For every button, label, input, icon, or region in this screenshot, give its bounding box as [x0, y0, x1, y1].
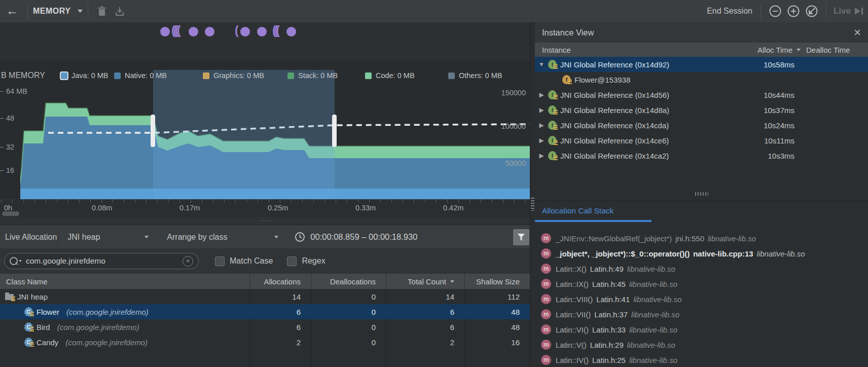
skip-to-live-icon[interactable]	[855, 8, 863, 15]
profiler-title: MEMORY	[33, 7, 70, 16]
expander-icon[interactable]: ▼	[535, 61, 548, 68]
memory-profiler-window: ← MEMORY End Session L	[0, 0, 868, 367]
column-header-allocations[interactable]: Allocations	[249, 274, 311, 289]
expander-icon[interactable]: ▶	[535, 122, 548, 129]
stack-frame[interactable]: m _JNIEnv::NewGlobalRef(_jobject*)jni.h:…	[535, 231, 868, 246]
selection-handle-right[interactable]	[332, 115, 337, 147]
instance-view-panel: Instance View × Instance Alloc Time Deal…	[535, 22, 868, 367]
memory-legend: B MEMORY Java: 0 MB Native: 0 MB Graphic…	[0, 71, 530, 81]
stack-frame[interactable]: m Latin::VIII()Latin.h:41libnative-lib.s…	[535, 291, 868, 307]
stack-frame[interactable]: m Latin::VII()Latin.h:37libnative-lib.so	[535, 307, 868, 322]
instance-row[interactable]: ▶ I JNI Global Reference (0x14ca2) 10s3m…	[535, 148, 868, 163]
instance-row[interactable]: ▶ I JNI Global Reference (0x14d8a) 10s37…	[535, 102, 868, 118]
search-icon	[10, 257, 18, 265]
event-timeline[interactable]: (((( ( ((( MainActivity - destroyed	[0, 22, 532, 61]
column-header-deallocations[interactable]: Deallocations	[311, 274, 386, 289]
java-swatch-icon	[61, 72, 67, 79]
method-icon: m	[541, 233, 551, 243]
stack-frame[interactable]: m Latin::IV()Latin.h:25libnative-lib.so	[535, 352, 868, 367]
time-axis-label: 0.08m	[92, 204, 112, 212]
instance-row[interactable]: ▶ I JNI Global Reference (0x14ce6) 10s11…	[535, 133, 868, 148]
chevron-down-icon	[144, 236, 149, 238]
timeline-scrollbar[interactable]	[2, 211, 19, 216]
class-icon: C	[24, 338, 33, 347]
stack-frame[interactable]: m Latin::X()Latin.h:49libnative-lib.so	[535, 261, 868, 276]
y-axis-label: 64 MB	[6, 87, 27, 95]
method-icon: m	[541, 340, 551, 350]
column-header-shallow-size[interactable]: Shallow Size	[464, 274, 530, 289]
class-row-candy[interactable]: CCandy(com.google.jnirefdemo) 2 0 2 16	[0, 335, 530, 350]
time-axis: 0h 0.08m 0.17m 0.25m 0.33m 0.42m	[0, 199, 530, 217]
touch-event-icon	[205, 27, 214, 36]
memory-chart[interactable]: B MEMORY Java: 0 MB Native: 0 MB Graphic…	[0, 61, 530, 199]
instance-row[interactable]: ▶ I JNI Global Reference (0x14cda) 10s24…	[535, 118, 868, 133]
tab-allocation-call-stack[interactable]: Allocation Call Stack	[542, 206, 613, 215]
zoom-in-icon[interactable]	[787, 5, 800, 18]
column-header-class-name[interactable]: Class Name	[0, 274, 249, 289]
instance-row[interactable]: ▼ I JNI Global Reference (0x14d92) 10s58…	[535, 57, 868, 72]
expander-icon[interactable]: ▶	[535, 91, 548, 98]
column-header-total-count[interactable]: Total Count	[386, 274, 464, 289]
regex-label: Regex	[302, 256, 325, 266]
selection-handle-left[interactable]	[151, 115, 155, 147]
flower-instance-icon: f	[562, 75, 571, 84]
legend-item-java: Java: 0 MB	[61, 71, 108, 80]
match-case-checkbox[interactable]	[215, 256, 225, 266]
legend-item-others: Others: 0 MB	[448, 71, 502, 80]
toolbar-divider	[826, 4, 826, 19]
memory-dropdown-icon[interactable]	[78, 10, 83, 13]
time-axis-label: 0.17m	[179, 204, 200, 212]
class-row-jni-heap[interactable]: JNI heap 14 0 14 112	[0, 289, 530, 304]
touch-hold-trail-icon: ((((	[171, 24, 179, 38]
stack-frame[interactable]: m Latin::V()Latin.h:29libnative-lib.so	[535, 337, 868, 352]
sort-arrow-icon	[797, 49, 801, 51]
y-axis-tick	[0, 170, 4, 171]
search-input[interactable]: com.google.jnirefdemo ×	[4, 253, 199, 269]
y-axis-label: 48	[6, 114, 14, 122]
expander-icon[interactable]: ▶	[535, 106, 548, 114]
column-header-instance[interactable]: Instance	[542, 46, 757, 54]
jni-ref-icon: I	[548, 60, 557, 69]
instance-row[interactable]: ▶ I JNI Global Reference (0x14d56) 10s44…	[535, 87, 868, 102]
class-row-flower[interactable]: CFlower(com.google.jnirefdemo) 6 0 6 48	[0, 304, 530, 319]
delete-session-icon[interactable]	[97, 6, 106, 16]
filter-button[interactable]	[513, 229, 529, 245]
horizontal-splitter[interactable]: ·····	[0, 217, 532, 225]
instance-child-row[interactable]: f Flower@153938	[535, 72, 868, 87]
back-arrow-icon[interactable]: ←	[0, 5, 22, 18]
clear-search-icon[interactable]: ×	[183, 256, 193, 267]
heap-selector[interactable]: JNI heap	[67, 233, 149, 242]
class-icon: C	[24, 307, 33, 316]
class-row-bird[interactable]: CBird(com.google.jnirefdemo) 6 0 6 48	[0, 319, 530, 335]
end-session-button[interactable]: End Session	[707, 7, 752, 16]
callstack-splitter[interactable]	[535, 190, 868, 197]
expander-icon[interactable]: ▶	[535, 137, 548, 144]
regex-checkbox[interactable]	[287, 256, 297, 266]
stack-frame[interactable]: m Latin::IX()Latin.h:45libnative-lib.so	[535, 276, 868, 291]
range-selection-overlay[interactable]	[153, 70, 335, 199]
close-icon[interactable]: ×	[854, 26, 861, 39]
column-header-alloc-time[interactable]: Alloc Time	[757, 46, 806, 54]
filter-funnel-icon	[517, 233, 525, 241]
time-axis-label: 0.25m	[268, 204, 288, 212]
arrange-selector[interactable]: Arrange by class	[167, 233, 278, 242]
selected-time-range: 00:00:08.859 – 00:00:18.930	[295, 232, 417, 242]
column-header-dealloc-time[interactable]: Dealloc Time	[806, 46, 868, 54]
touch-event-icon	[160, 27, 170, 36]
zoom-out-icon[interactable]	[769, 5, 782, 18]
y-axis-right-label: 50000	[505, 159, 526, 167]
stack-frame[interactable]: m Latin::VI()Latin.h:33libnative-lib.so	[535, 322, 868, 337]
memory-track-label: B MEMORY	[1, 71, 45, 80]
code-swatch-icon	[365, 72, 372, 79]
live-allocation-label: Live Allocation	[5, 233, 57, 242]
splitter-grip-icon	[695, 192, 708, 196]
search-options-icon[interactable]	[19, 260, 22, 262]
legend-item-graphics: Graphics: 0 MB	[203, 71, 264, 80]
y-axis-label: 16	[6, 166, 14, 174]
class-icon: C	[24, 322, 33, 332]
expander-icon[interactable]: ▶	[535, 152, 548, 159]
live-button[interactable]: Live	[834, 6, 851, 16]
export-session-icon[interactable]	[115, 6, 125, 16]
reset-zoom-icon[interactable]	[805, 5, 818, 18]
stack-frame[interactable]: m _jobject*, _jobject*)::$_0::operator()…	[535, 246, 868, 261]
